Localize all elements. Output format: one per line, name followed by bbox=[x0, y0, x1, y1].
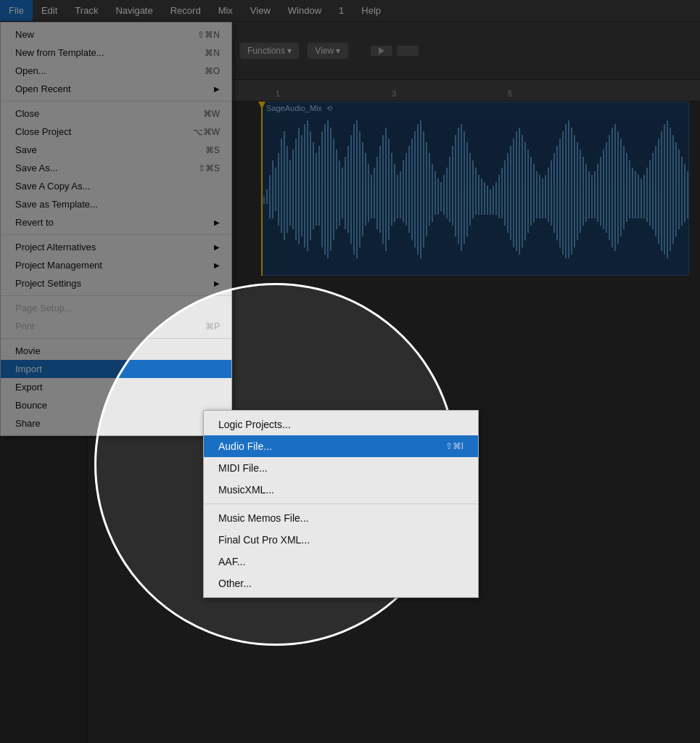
menu-item-open[interactable]: Open... ⌘O bbox=[1, 62, 231, 80]
menu-item-close-project[interactable]: Close Project ⌥⌘W bbox=[1, 123, 231, 141]
svg-rect-23 bbox=[298, 128, 300, 244]
submenu-midi-file[interactable]: MIDI File... bbox=[204, 457, 478, 479]
file-menu: New ⇧⌘N New from Template... ⌘N Open... … bbox=[0, 22, 232, 436]
svg-rect-109 bbox=[548, 168, 549, 222]
svg-rect-66 bbox=[423, 131, 424, 247]
svg-rect-15 bbox=[275, 168, 276, 211]
menu-file[interactable]: File bbox=[0, 0, 33, 21]
view-button[interactable]: View ▾ bbox=[307, 42, 348, 59]
svg-rect-135 bbox=[623, 146, 625, 229]
menu-item-project-settings-arrow: ▶ bbox=[214, 279, 220, 287]
menu-item-movie[interactable]: Movie bbox=[1, 342, 231, 360]
svg-rect-125 bbox=[594, 171, 596, 218]
svg-rect-11 bbox=[263, 197, 265, 204]
submenu-other[interactable]: Other... bbox=[204, 572, 478, 594]
menu-record[interactable]: Record bbox=[162, 0, 210, 21]
svg-rect-39 bbox=[345, 157, 346, 229]
svg-rect-29 bbox=[316, 153, 317, 226]
submenu-logic-projects[interactable]: Logic Projects... bbox=[204, 414, 478, 435]
menu-item-save-as-label: Save As... bbox=[15, 163, 58, 173]
svg-rect-25 bbox=[304, 124, 305, 247]
submenu-audio-file[interactable]: Audio File... ⇧⌘I bbox=[204, 435, 478, 457]
waveform-region-title: SageAudio_Mix ⟲ bbox=[262, 102, 688, 114]
svg-rect-61 bbox=[408, 146, 410, 233]
svg-rect-36 bbox=[336, 149, 337, 229]
svg-rect-85 bbox=[478, 175, 479, 215]
menu-track[interactable]: Track bbox=[66, 0, 107, 21]
svg-rect-49 bbox=[374, 168, 375, 218]
svg-rect-77 bbox=[455, 135, 456, 237]
menu-item-new-template[interactable]: New from Template... ⌘N bbox=[1, 44, 231, 62]
menu-item-close[interactable]: Close ⌘W bbox=[1, 104, 231, 123]
submenu-final-cut-xml[interactable]: Final Cut Pro XML... bbox=[204, 529, 478, 551]
menu-item-save-as[interactable]: Save As... ⇧⌘S bbox=[1, 159, 231, 177]
import-submenu: Logic Projects... Audio File... ⇧⌘I MIDI… bbox=[203, 410, 479, 598]
menu-edit[interactable]: Edit bbox=[33, 0, 66, 21]
svg-rect-148 bbox=[661, 131, 662, 251]
svg-rect-27 bbox=[310, 131, 311, 240]
menu-item-page-setup: Page Setup... bbox=[1, 299, 231, 317]
svg-rect-63 bbox=[414, 131, 416, 247]
menu-item-project-settings[interactable]: Project Settings ▶ bbox=[1, 274, 231, 292]
menu-item-project-alternatives-label: Project Alternatives bbox=[15, 242, 96, 253]
sep-4 bbox=[1, 338, 231, 339]
menu-item-share[interactable]: Share ▶ bbox=[1, 414, 231, 432]
menu-mix[interactable]: Mix bbox=[210, 0, 242, 21]
menu-item-open-shortcut: ⌘O bbox=[205, 66, 220, 76]
menu-item-new-label: New bbox=[15, 29, 34, 40]
menu-item-open-recent[interactable]: Open Recent ▶ bbox=[1, 80, 231, 98]
submenu-aaf-label: AAF... bbox=[218, 556, 245, 567]
svg-rect-123 bbox=[588, 171, 590, 218]
menu-item-export-label: Export bbox=[15, 382, 43, 393]
menu-item-project-management[interactable]: Project Management ▶ bbox=[1, 256, 231, 274]
ruler-mark-3: 3 bbox=[392, 89, 396, 98]
transport-icon bbox=[371, 46, 392, 56]
svg-rect-76 bbox=[452, 146, 453, 226]
menu-item-project-alternatives-arrow: ▶ bbox=[214, 243, 220, 251]
menu-window[interactable]: Window bbox=[279, 0, 330, 21]
svg-rect-81 bbox=[466, 142, 468, 237]
menu-1[interactable]: 1 bbox=[330, 0, 353, 21]
svg-rect-127 bbox=[600, 157, 601, 226]
menu-view[interactable]: View bbox=[242, 0, 279, 21]
menu-item-bounce[interactable]: Bounce bbox=[1, 396, 231, 414]
menu-item-print-label: Print bbox=[15, 321, 35, 332]
svg-rect-89 bbox=[490, 189, 491, 215]
menu-item-project-alternatives[interactable]: Project Alternatives ▶ bbox=[1, 238, 231, 256]
submenu-aaf[interactable]: AAF... bbox=[204, 551, 478, 572]
svg-rect-114 bbox=[562, 131, 564, 255]
svg-rect-110 bbox=[551, 160, 552, 226]
svg-rect-46 bbox=[365, 153, 366, 226]
menu-bar: File Edit Track Navigate Record Mix View… bbox=[0, 0, 700, 22]
menu-help[interactable]: Help bbox=[353, 0, 390, 21]
submenu-final-cut-xml-label: Final Cut Pro XML... bbox=[218, 534, 310, 546]
submenu-musicxml[interactable]: MusicXML... bbox=[204, 479, 478, 501]
menu-item-save-label: Save bbox=[15, 144, 37, 155]
submenu-other-label: Other... bbox=[218, 578, 252, 589]
svg-rect-143 bbox=[646, 168, 648, 222]
submenu-music-memos-label: Music Memos File... bbox=[218, 512, 308, 524]
menu-item-revert[interactable]: Revert to ▶ bbox=[1, 213, 231, 231]
menu-item-new[interactable]: New ⇧⌘N bbox=[1, 25, 231, 44]
submenu-audio-file-label: Audio File... bbox=[218, 440, 272, 452]
menu-item-print-shortcut: ⌘P bbox=[205, 321, 220, 332]
submenu-music-memos[interactable]: Music Memos File... bbox=[204, 507, 478, 529]
svg-rect-105 bbox=[536, 171, 538, 218]
menu-item-project-settings-label: Project Settings bbox=[15, 278, 81, 289]
menu-item-save[interactable]: Save ⌘S bbox=[1, 141, 231, 159]
svg-rect-120 bbox=[580, 149, 581, 233]
functions-button[interactable]: Functions ▾ bbox=[239, 42, 300, 59]
svg-rect-156 bbox=[684, 164, 685, 222]
submenu-audio-file-shortcut: ⇧⌘I bbox=[445, 441, 464, 451]
menu-navigate[interactable]: Navigate bbox=[107, 0, 161, 21]
svg-rect-132 bbox=[614, 124, 616, 251]
menu-item-import[interactable]: Import bbox=[1, 360, 231, 378]
svg-rect-79 bbox=[461, 124, 462, 251]
svg-rect-62 bbox=[411, 139, 413, 240]
menu-item-save-shortcut: ⌘S bbox=[205, 145, 220, 155]
menu-item-save-template[interactable]: Save as Template... bbox=[1, 195, 231, 213]
svg-rect-67 bbox=[426, 142, 427, 237]
menu-item-close-label: Close bbox=[15, 108, 39, 119]
menu-item-save-copy[interactable]: Save A Copy As... bbox=[1, 177, 231, 195]
menu-item-export[interactable]: Export bbox=[1, 378, 231, 396]
